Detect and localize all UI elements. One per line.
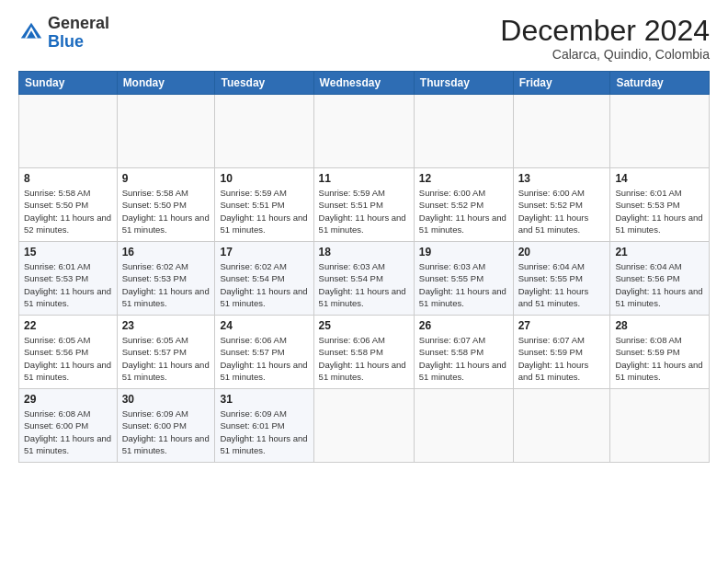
calendar-day-cell: 24 Sunrise: 6:06 AMSunset: 5:57 PMDaylig…: [215, 316, 313, 389]
day-number: 10: [220, 172, 308, 185]
location: Calarca, Quindio, Colombia: [500, 47, 710, 62]
calendar-day-cell: 9 Sunrise: 5:58 AMSunset: 5:50 PMDayligh…: [117, 168, 215, 242]
calendar-day-cell: 30 Sunrise: 6:09 AMSunset: 6:00 PMDaylig…: [117, 389, 215, 463]
calendar-day-cell: 28 Sunrise: 6:08 AMSunset: 5:59 PMDaylig…: [610, 316, 710, 389]
logo-icon: [18, 20, 44, 46]
day-info: Sunrise: 6:08 AMSunset: 5:59 PMDaylight:…: [615, 335, 702, 382]
col-friday: Friday: [513, 72, 610, 95]
day-number: 23: [122, 319, 210, 332]
day-info: Sunrise: 6:06 AMSunset: 5:57 PMDaylight:…: [220, 335, 307, 382]
calendar-day-cell: 16 Sunrise: 6:02 AMSunset: 5:53 PMDaylig…: [117, 242, 215, 316]
day-info: Sunrise: 6:05 AMSunset: 5:56 PMDaylight:…: [24, 335, 111, 382]
day-number: 24: [220, 319, 308, 332]
calendar-day-cell: 19 Sunrise: 6:03 AMSunset: 5:55 PMDaylig…: [414, 242, 513, 316]
logo: General Blue: [18, 15, 109, 52]
day-info: Sunrise: 6:01 AMSunset: 5:53 PMDaylight:…: [615, 188, 702, 235]
calendar-day-cell: 17 Sunrise: 6:02 AMSunset: 5:54 PMDaylig…: [215, 242, 313, 316]
day-info: Sunrise: 6:09 AMSunset: 6:01 PMDaylight:…: [220, 408, 307, 455]
day-number: 28: [615, 319, 704, 332]
calendar-week-row: 15 Sunrise: 6:01 AMSunset: 5:53 PMDaylig…: [19, 242, 710, 316]
day-info: Sunrise: 6:03 AMSunset: 5:54 PMDaylight:…: [319, 261, 406, 308]
col-thursday: Thursday: [414, 72, 513, 95]
calendar-week-row: [19, 95, 710, 168]
calendar-day-cell: 25 Sunrise: 6:06 AMSunset: 5:58 PMDaylig…: [313, 316, 414, 389]
col-monday: Monday: [117, 72, 215, 95]
calendar-day-cell: 14 Sunrise: 6:01 AMSunset: 5:53 PMDaylig…: [610, 168, 710, 242]
calendar-day-cell: 18 Sunrise: 6:03 AMSunset: 5:54 PMDaylig…: [313, 242, 414, 316]
day-info: Sunrise: 6:09 AMSunset: 6:00 PMDaylight:…: [122, 408, 210, 455]
day-number: 29: [24, 393, 112, 406]
day-number: 27: [518, 319, 606, 332]
day-number: 8: [24, 172, 112, 185]
calendar-day-cell: [313, 389, 414, 463]
month-title: December 2024: [500, 15, 710, 47]
day-info: Sunrise: 6:07 AMSunset: 5:59 PMDaylight:…: [518, 335, 589, 382]
calendar-day-cell: [513, 389, 610, 463]
day-number: 31: [220, 393, 308, 406]
calendar-day-cell: 12 Sunrise: 6:00 AMSunset: 5:52 PMDaylig…: [414, 168, 513, 242]
calendar-day-cell: 15 Sunrise: 6:01 AMSunset: 5:53 PMDaylig…: [19, 242, 118, 316]
calendar-day-cell: 22 Sunrise: 6:05 AMSunset: 5:56 PMDaylig…: [19, 316, 118, 389]
calendar-week-row: 22 Sunrise: 6:05 AMSunset: 5:56 PMDaylig…: [19, 316, 710, 389]
day-number: 11: [319, 172, 409, 185]
day-info: Sunrise: 6:00 AMSunset: 5:52 PMDaylight:…: [419, 188, 506, 235]
logo-text: General Blue: [48, 15, 109, 52]
calendar-day-cell: [513, 95, 610, 168]
calendar-day-cell: 8 Sunrise: 5:58 AMSunset: 5:50 PMDayligh…: [19, 168, 118, 242]
col-wednesday: Wednesday: [313, 72, 414, 95]
day-info: Sunrise: 6:04 AMSunset: 5:55 PMDaylight:…: [518, 261, 589, 308]
day-info: Sunrise: 6:02 AMSunset: 5:53 PMDaylight:…: [122, 261, 210, 308]
day-info: Sunrise: 5:59 AMSunset: 5:51 PMDaylight:…: [220, 188, 307, 235]
day-info: Sunrise: 6:06 AMSunset: 5:58 PMDaylight:…: [319, 335, 406, 382]
calendar-day-cell: [313, 95, 414, 168]
calendar-week-row: 8 Sunrise: 5:58 AMSunset: 5:50 PMDayligh…: [19, 168, 710, 242]
calendar-day-cell: 29 Sunrise: 6:08 AMSunset: 6:00 PMDaylig…: [19, 389, 118, 463]
day-info: Sunrise: 6:05 AMSunset: 5:57 PMDaylight:…: [122, 335, 210, 382]
calendar-day-cell: [215, 95, 313, 168]
day-info: Sunrise: 6:03 AMSunset: 5:55 PMDaylight:…: [419, 261, 506, 308]
day-info: Sunrise: 6:04 AMSunset: 5:56 PMDaylight:…: [615, 261, 702, 308]
day-number: 26: [419, 319, 508, 332]
header: General Blue December 2024 Calarca, Quin…: [18, 15, 710, 62]
day-info: Sunrise: 6:08 AMSunset: 6:00 PMDaylight:…: [24, 408, 111, 455]
day-number: 22: [24, 319, 112, 332]
col-sunday: Sunday: [19, 72, 118, 95]
day-number: 15: [24, 246, 112, 259]
day-number: 13: [518, 172, 606, 185]
logo-general: General: [48, 14, 109, 32]
col-saturday: Saturday: [610, 72, 710, 95]
day-number: 14: [615, 172, 704, 185]
day-info: Sunrise: 6:02 AMSunset: 5:54 PMDaylight:…: [220, 261, 307, 308]
calendar-day-cell: 13 Sunrise: 6:00 AMSunset: 5:52 PMDaylig…: [513, 168, 610, 242]
day-info: Sunrise: 6:00 AMSunset: 5:52 PMDaylight:…: [518, 188, 589, 235]
calendar-day-cell: 27 Sunrise: 6:07 AMSunset: 5:59 PMDaylig…: [513, 316, 610, 389]
calendar-day-cell: 21 Sunrise: 6:04 AMSunset: 5:56 PMDaylig…: [610, 242, 710, 316]
day-number: 30: [122, 393, 210, 406]
day-number: 21: [615, 246, 704, 259]
calendar-week-row: 29 Sunrise: 6:08 AMSunset: 6:00 PMDaylig…: [19, 389, 710, 463]
page: General Blue December 2024 Calarca, Quin…: [0, 0, 728, 563]
day-number: 17: [220, 246, 308, 259]
day-number: 20: [518, 246, 606, 259]
day-number: 19: [419, 246, 508, 259]
day-number: 25: [319, 319, 409, 332]
calendar-day-cell: [414, 389, 513, 463]
title-block: December 2024 Calarca, Quindio, Colombia: [500, 15, 710, 62]
calendar-day-cell: 11 Sunrise: 5:59 AMSunset: 5:51 PMDaylig…: [313, 168, 414, 242]
day-info: Sunrise: 5:58 AMSunset: 5:50 PMDaylight:…: [24, 188, 111, 235]
calendar-day-cell: 31 Sunrise: 6:09 AMSunset: 6:01 PMDaylig…: [215, 389, 313, 463]
day-number: 18: [319, 246, 409, 259]
calendar-table: Sunday Monday Tuesday Wednesday Thursday…: [18, 71, 710, 463]
calendar-day-cell: 26 Sunrise: 6:07 AMSunset: 5:58 PMDaylig…: [414, 316, 513, 389]
calendar-day-cell: 20 Sunrise: 6:04 AMSunset: 5:55 PMDaylig…: [513, 242, 610, 316]
day-info: Sunrise: 6:07 AMSunset: 5:58 PMDaylight:…: [419, 335, 506, 382]
calendar-day-cell: 10 Sunrise: 5:59 AMSunset: 5:51 PMDaylig…: [215, 168, 313, 242]
day-number: 16: [122, 246, 210, 259]
logo-blue: Blue: [48, 32, 84, 51]
calendar-day-cell: 23 Sunrise: 6:05 AMSunset: 5:57 PMDaylig…: [117, 316, 215, 389]
day-number: 12: [419, 172, 508, 185]
day-info: Sunrise: 6:01 AMSunset: 5:53 PMDaylight:…: [24, 261, 111, 308]
day-number: 9: [122, 172, 210, 185]
col-tuesday: Tuesday: [215, 72, 313, 95]
calendar-day-cell: [610, 389, 710, 463]
